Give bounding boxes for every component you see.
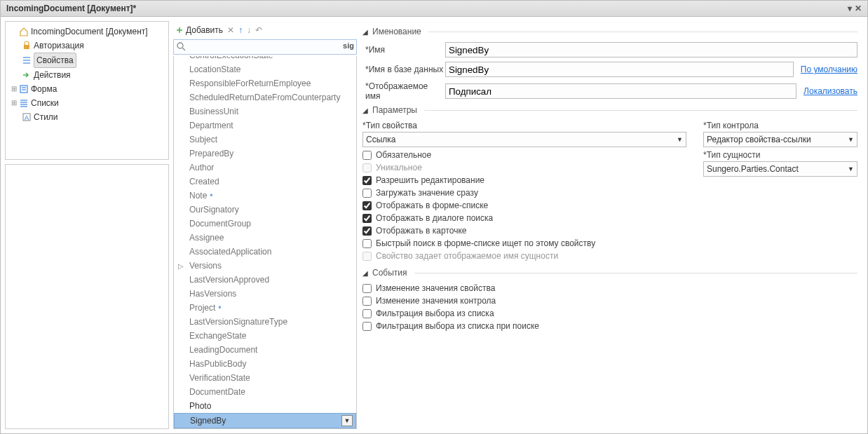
collapse-icon: ◢	[362, 28, 368, 36]
list-item[interactable]: Note	[174, 189, 356, 203]
list-item[interactable]: LastVersionApproved	[174, 273, 356, 287]
list-item[interactable]: ScheduledReturnDateFromCounterparty	[174, 90, 356, 104]
required-checkbox[interactable]	[362, 151, 372, 160]
svg-text:A: A	[25, 114, 29, 121]
event2-checkbox[interactable]	[362, 297, 372, 306]
expand-icon[interactable]: ⊞	[10, 82, 18, 96]
svg-rect-4	[20, 86, 27, 93]
svg-rect-0	[24, 45, 29, 49]
dispname-checkbox	[362, 252, 372, 261]
style-icon: A	[21, 111, 32, 123]
list-item[interactable]: Subject	[174, 133, 356, 147]
window-title: IncomingDocument [Документ]*	[6, 4, 136, 13]
collapse-icon: ◢	[362, 269, 368, 277]
chevron-down-icon: ▼	[677, 136, 683, 143]
list-item[interactable]: Project	[174, 301, 356, 315]
list-item[interactable]: LocationState	[174, 62, 356, 76]
event1-checkbox[interactable]	[362, 284, 372, 293]
list-item[interactable]: Created	[174, 175, 356, 189]
pin-icon[interactable]: ▾	[848, 4, 852, 13]
enttype-label: *Тип сущности	[703, 150, 857, 160]
lists-icon	[18, 97, 29, 109]
chevron-down-icon: ▼	[848, 165, 854, 172]
list-icon	[21, 55, 32, 66]
titlebar: IncomingDocument [Документ]* ▾ ✕	[1, 1, 867, 17]
card-checkbox[interactable]	[362, 226, 372, 236]
list-item[interactable]: DocumentGroup	[174, 217, 356, 231]
event3-checkbox[interactable]	[362, 309, 372, 318]
add-button[interactable]: ＋ Добавить	[175, 24, 223, 36]
expand-icon[interactable]: ⊞	[10, 96, 18, 110]
list-item[interactable]: VerificationState	[174, 371, 356, 385]
unique-checkbox	[362, 163, 372, 172]
search-input[interactable]	[173, 39, 357, 55]
list-checkbox[interactable]	[362, 201, 372, 210]
list-item[interactable]: ControlExecutionState	[174, 56, 356, 62]
dbname-field[interactable]	[445, 62, 794, 77]
name-label: *Имя	[362, 45, 445, 55]
list-item[interactable]: ExchangeState	[174, 329, 356, 343]
tree-item-auth[interactable]: Авторизация	[10, 39, 167, 53]
list-item[interactable]: HasPublicBody	[174, 357, 356, 371]
section-events[interactable]: ◢ События	[362, 268, 857, 278]
list-item[interactable]: AssociatedApplication	[174, 245, 356, 259]
quicksearch-checkbox[interactable]	[362, 239, 372, 248]
ctrltype-select[interactable]: Редактор свойства-ссылки ▼	[703, 132, 857, 147]
proptype-label: *Тип свойства	[362, 121, 686, 130]
section-naming[interactable]: ◢ Именование	[362, 27, 857, 36]
chevron-down-icon: ▼	[848, 136, 854, 143]
list-item[interactable]: Photo	[174, 399, 356, 413]
search-hint: sig	[343, 41, 354, 50]
close-icon[interactable]: ✕	[855, 4, 862, 13]
chevron-right-icon[interactable]: ▷	[178, 260, 184, 273]
section-params[interactable]: ◢ Параметры	[362, 105, 857, 115]
proptype-select[interactable]: Ссылка ▼	[362, 132, 686, 147]
localize-link[interactable]: Локализовать	[803, 86, 857, 96]
dispname-label: *Отображаемое имя	[362, 81, 445, 101]
tree-item-lists[interactable]: ⊞ Списки	[10, 96, 167, 110]
dbname-label: *Имя в базе данных	[362, 65, 445, 74]
move-down-button[interactable]: ↓	[247, 25, 251, 35]
list-item[interactable]: BusinessUnit	[174, 104, 356, 118]
list-item[interactable]: PreparedBy	[174, 147, 356, 161]
tree-root[interactable]: IncomingDocument [Документ]	[10, 25, 167, 39]
navigation-tree[interactable]: IncomingDocument [Документ] Авторизация	[5, 21, 169, 160]
list-item[interactable]: ▷Versions	[174, 259, 356, 273]
ctrltype-label: *Тип контрола	[703, 121, 857, 130]
tree-item-properties[interactable]: Свойства	[10, 53, 167, 68]
list-item[interactable]: OurSignatory	[174, 203, 356, 217]
form-icon	[18, 83, 29, 95]
plus-icon: ＋	[175, 24, 184, 36]
property-toolbar: ＋ Добавить ✕ ↑ ↓ ↶	[173, 21, 357, 39]
enttype-select[interactable]: Sungero.Parties.Contact ▼	[703, 161, 857, 177]
delete-button[interactable]: ✕	[227, 25, 234, 35]
svg-point-13	[177, 43, 183, 48]
arrow-icon	[21, 69, 32, 81]
tree-item-styles[interactable]: A Стили	[10, 110, 167, 124]
move-up-button[interactable]: ↑	[238, 25, 243, 35]
list-item[interactable]: Department	[174, 118, 356, 133]
list-item[interactable]: LastVersionSignatureType	[174, 315, 356, 329]
list-item[interactable]: Author	[174, 161, 356, 175]
name-field[interactable]	[445, 42, 857, 57]
list-item[interactable]: DocumentDate	[174, 385, 356, 399]
list-item[interactable]: ResponsibleForReturnEmployee	[174, 76, 356, 90]
undo-button[interactable]: ↶	[255, 25, 262, 35]
property-editor: ◢ Именование *Имя *Имя в базе данных По …	[361, 21, 863, 429]
list-item[interactable]: HasVersions	[174, 287, 356, 301]
list-item[interactable]: Assignee	[174, 231, 356, 245]
search-checkbox[interactable]	[362, 214, 372, 223]
search-icon	[176, 41, 186, 51]
list-item-selected[interactable]: SignedBy ▼	[174, 413, 356, 428]
property-list[interactable]: ExecutionState ControlExecutionState Loc…	[173, 56, 357, 429]
default-link[interactable]: По умолчанию	[801, 65, 857, 74]
event4-checkbox[interactable]	[362, 322, 372, 331]
edit-checkbox[interactable]	[362, 176, 372, 185]
tree-item-form[interactable]: ⊞ Форма	[10, 82, 167, 96]
dispname-field[interactable]	[445, 83, 796, 99]
tree-item-actions[interactable]: Действия	[10, 68, 167, 82]
load-checkbox[interactable]	[362, 189, 372, 198]
preview-panel	[5, 164, 169, 429]
list-item[interactable]: LeadingDocument	[174, 343, 356, 357]
chevron-down-icon[interactable]: ▼	[341, 415, 353, 426]
